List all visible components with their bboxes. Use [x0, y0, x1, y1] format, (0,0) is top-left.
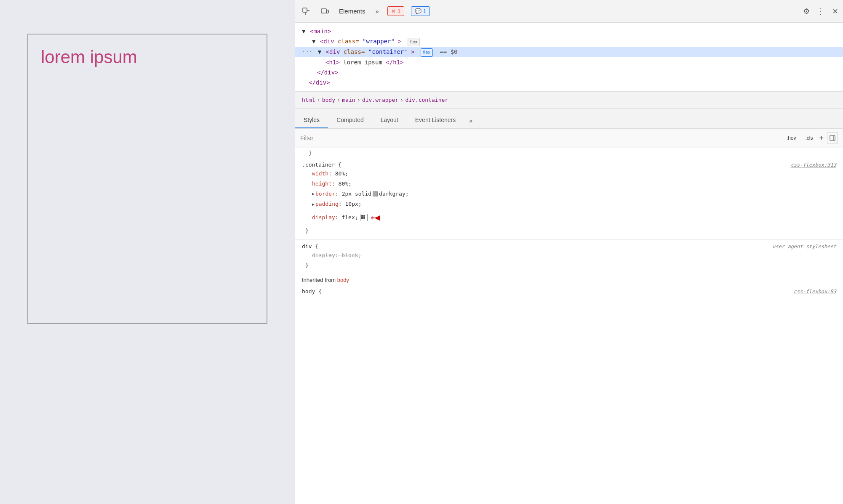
- prop-display: display : flex; ← ◀: [302, 209, 836, 225]
- console-badge[interactable]: 💬 1: [411, 6, 430, 16]
- expand-icon[interactable]: ▼: [318, 47, 321, 56]
- style-rule-div: div { user agent stylesheet display: blo…: [295, 240, 843, 274]
- styles-content: } .container { css-flexbox:313 width : 8…: [295, 148, 843, 504]
- rule-close-container: }: [302, 226, 836, 236]
- dom-tree: ▼ <main> ▼ <div class= "wrapper" > flex …: [295, 23, 843, 92]
- hov-button[interactable]: :hov: [784, 133, 799, 143]
- breadcrumb-main[interactable]: main: [342, 97, 355, 103]
- dom-div-close1[interactable]: </div>: [295, 67, 843, 77]
- prop-height: height : 80%;: [302, 179, 836, 189]
- inspect-element-icon[interactable]: [300, 5, 312, 17]
- devtools-panel: Elements » ✕ 1 💬 1 ⚙ ⋮ × ▼ <main> ▼ <div…: [295, 0, 843, 504]
- rule-header-body: body { css-flexbox:83: [302, 288, 836, 294]
- rule-source-body[interactable]: css-flexbox:83: [794, 289, 836, 294]
- svg-rect-8: [363, 215, 365, 217]
- user-agent-label: user agent stylesheet: [772, 244, 836, 249]
- tab-computed[interactable]: Computed: [328, 112, 372, 128]
- dom-dots: ···: [302, 48, 312, 55]
- expand-icon[interactable]: ▼: [302, 27, 305, 36]
- prop-width: width : 80%;: [302, 169, 836, 179]
- elements-tab-btn[interactable]: Elements: [337, 8, 367, 15]
- padding-expand-icon[interactable]: ▶: [312, 201, 315, 208]
- cls-button[interactable]: .cls: [802, 133, 816, 143]
- rule-close-div: }: [302, 260, 836, 271]
- rule-source-container[interactable]: css-flexbox:313: [791, 162, 836, 168]
- filter-bar: :hov .cls +: [295, 129, 843, 148]
- style-rule-body: body { css-flexbox:83: [295, 285, 843, 299]
- svg-rect-0: [303, 8, 307, 12]
- dom-div-close2[interactable]: </div>: [295, 77, 843, 88]
- expand-icon[interactable]: ▼: [312, 37, 315, 46]
- wrapper-flex-badge[interactable]: flex: [408, 38, 420, 46]
- error-x-icon: ✕: [391, 8, 396, 14]
- rule-selector-div[interactable]: div {: [302, 243, 318, 249]
- svg-rect-5: [830, 135, 835, 141]
- tab-styles[interactable]: Styles: [295, 112, 328, 128]
- red-arrow-icon: ◀: [375, 210, 380, 225]
- svg-rect-4: [326, 10, 328, 13]
- breadcrumb: html › body › main › div.wrapper › div.c…: [295, 92, 843, 109]
- dom-wrapper-line[interactable]: ▼ <div class= "wrapper" > flex: [295, 36, 843, 47]
- prop-display-block: display: block;: [302, 250, 836, 260]
- container-flex-badge[interactable]: flex: [421, 48, 433, 57]
- color-swatch-darkgray[interactable]: [373, 191, 378, 196]
- tab-event-listeners[interactable]: Event Listeners: [407, 112, 464, 128]
- settings-icon[interactable]: ⚙: [803, 7, 810, 16]
- dom-container-line[interactable]: ··· ▼ <div class= "container" > flex == …: [295, 47, 843, 57]
- add-style-button[interactable]: +: [819, 134, 824, 143]
- svg-rect-7: [361, 215, 363, 217]
- devtools-toolbar: Elements » ✕ 1 💬 1 ⚙ ⋮ ×: [295, 0, 843, 23]
- webpage-preview: lorem ipsum: [0, 0, 295, 504]
- dom-main-line[interactable]: ▼ <main>: [295, 26, 843, 36]
- console-count: 1: [423, 8, 426, 14]
- tab-layout[interactable]: Layout: [372, 112, 407, 128]
- close-devtools-icon[interactable]: ×: [832, 6, 838, 17]
- flex-grid-icon[interactable]: [360, 214, 368, 221]
- toggle-sidebar-icon[interactable]: [827, 133, 838, 143]
- filter-input[interactable]: [300, 135, 780, 141]
- tab-more-btn[interactable]: »: [464, 113, 478, 128]
- container-box: lorem ipsum: [27, 34, 267, 324]
- breadcrumb-html[interactable]: html: [302, 97, 315, 103]
- console-icon: 💬: [415, 8, 422, 14]
- error-badge[interactable]: ✕ 1: [387, 6, 404, 16]
- rule-header-div: div { user agent stylesheet: [302, 243, 836, 249]
- more-tabs-btn[interactable]: »: [374, 6, 381, 16]
- prop-padding: ▶ padding : 10px;: [302, 199, 836, 209]
- inherited-label: Inherited from body: [295, 274, 843, 285]
- dom-h1-line[interactable]: <h1> lorem ipsum </h1>: [295, 57, 843, 67]
- prop-border: ▶ border : 2px solid darkgray;: [302, 189, 836, 199]
- device-toggle-icon[interactable]: [319, 5, 331, 17]
- rule-header-container: .container { css-flexbox:313: [302, 162, 836, 168]
- breadcrumb-container[interactable]: div.container: [405, 97, 448, 103]
- breadcrumb-body[interactable]: body: [322, 97, 335, 103]
- svg-rect-9: [361, 217, 363, 219]
- lorem-heading: lorem ipsum: [41, 47, 137, 67]
- rule-selector-container[interactable]: .container {: [302, 162, 341, 168]
- inherited-element[interactable]: body: [337, 277, 349, 283]
- error-count: 1: [397, 8, 400, 14]
- style-rule-container: .container { css-flexbox:313 width : 80%…: [295, 158, 843, 240]
- more-options-icon[interactable]: ⋮: [816, 7, 824, 16]
- border-expand-icon[interactable]: ▶: [312, 190, 315, 197]
- svg-rect-3: [321, 9, 326, 13]
- breadcrumb-wrapper[interactable]: div.wrapper: [362, 97, 398, 103]
- svg-rect-10: [363, 217, 365, 219]
- style-rule-partial-top: }: [295, 148, 843, 158]
- tabs-bar: Styles Computed Layout Event Listeners »: [295, 109, 843, 129]
- rule-selector-body[interactable]: body {: [302, 288, 322, 294]
